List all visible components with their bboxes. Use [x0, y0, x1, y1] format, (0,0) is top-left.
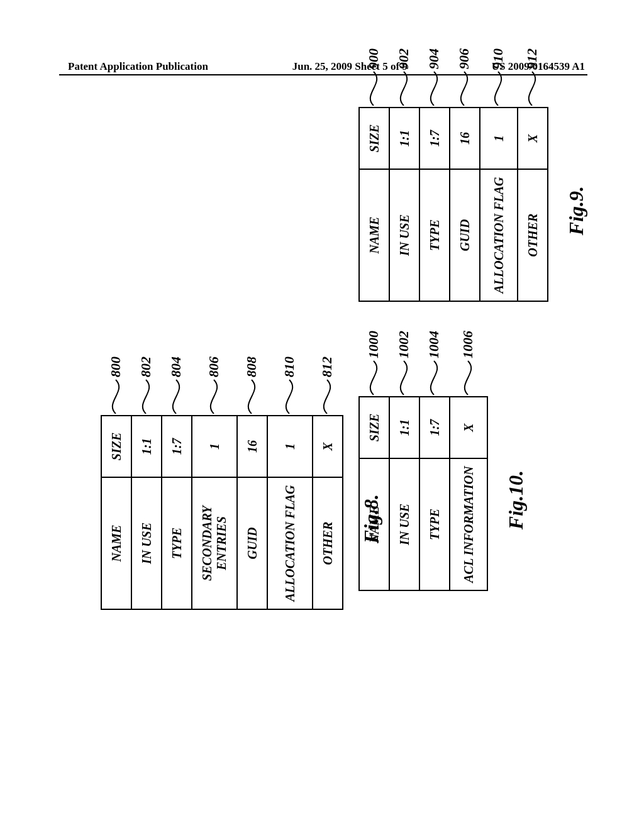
- fig10-label: Fig.10.: [504, 409, 528, 591]
- figure-8: NAME SIZE IN USE1:1 TYPE1:7 SECONDARY EN…: [101, 357, 383, 610]
- fig8-th-size: SIZE: [101, 416, 131, 477]
- leader-line-icon: [517, 70, 547, 106]
- leader-line-icon: [131, 379, 161, 414]
- table-cell: 1: [192, 416, 237, 477]
- fig10-table: NAME SIZE IN USE1:1 TYPE1:7 ACL INFORMAT…: [358, 396, 488, 591]
- table-cell: 1: [480, 108, 518, 169]
- ref-number: 904: [426, 48, 442, 69]
- fig10-th-size: SIZE: [359, 397, 389, 458]
- table-cell: IN USE: [131, 477, 162, 609]
- table-cell: TYPE: [419, 458, 450, 590]
- table-cell: 16: [237, 416, 267, 477]
- fig8-refs: 800 802 804 806 808 810: [101, 357, 342, 415]
- fig9-label: Fig.9.: [565, 119, 588, 302]
- leader-line-icon: [161, 379, 191, 414]
- ref-number: 910: [490, 48, 506, 69]
- table-cell: X: [313, 416, 343, 477]
- ref-number: 912: [524, 48, 540, 69]
- ref-number: 802: [138, 357, 154, 377]
- ref-number: 1002: [396, 331, 412, 358]
- table-cell: 1:1: [389, 108, 419, 169]
- leader-line-icon: [483, 70, 513, 106]
- fig10-refs: 1000 1002 1004 1006: [358, 331, 487, 396]
- table-cell: ALLOCATION FLAG: [267, 477, 313, 609]
- leader-line-icon: [419, 70, 449, 106]
- leader-line-icon: [236, 379, 267, 414]
- ref-number: 800: [108, 357, 124, 377]
- leader-line-icon: [358, 70, 389, 106]
- ref-number: 1004: [426, 331, 442, 358]
- table-cell: IN USE: [389, 169, 419, 301]
- leader-line-icon: [312, 379, 342, 414]
- figure-10: NAME SIZE IN USE1:1 TYPE1:7 ACL INFORMAT…: [358, 331, 528, 591]
- fig8-th-name: NAME: [101, 477, 131, 609]
- table-cell: X: [518, 108, 548, 169]
- table-cell: 16: [450, 108, 480, 169]
- table-cell: 1:1: [131, 416, 162, 477]
- table-cell: 1:7: [419, 108, 450, 169]
- fig9-table: NAME SIZE IN USE1:1 TYPE1:7 GUID16 ALLOC…: [358, 107, 548, 302]
- ref-number: 902: [396, 48, 412, 69]
- leader-line-icon: [274, 379, 304, 414]
- leader-line-icon: [453, 360, 483, 395]
- fig9-th-size: SIZE: [359, 108, 389, 169]
- leader-line-icon: [449, 70, 479, 106]
- ref-number: 906: [456, 48, 472, 69]
- ref-number: 1000: [365, 331, 382, 358]
- table-cell: IN USE: [389, 458, 419, 590]
- leader-line-icon: [389, 70, 419, 106]
- fig9-refs: 900 902 904 906 910 912: [358, 48, 547, 107]
- leader-line-icon: [101, 379, 131, 414]
- fig9-th-name: NAME: [359, 169, 389, 301]
- table-cell: ACL INFORMATION: [450, 458, 487, 590]
- table-cell: TYPE: [162, 477, 192, 609]
- table-cell: 1:1: [389, 397, 419, 458]
- table-cell: 1: [267, 416, 313, 477]
- fig8-table: NAME SIZE IN USE1:1 TYPE1:7 SECONDARY EN…: [101, 415, 343, 610]
- leader-line-icon: [419, 360, 449, 395]
- table-cell: OTHER: [313, 477, 343, 609]
- ref-number: 806: [206, 357, 222, 377]
- table-cell: GUID: [450, 169, 480, 301]
- fig10-th-name: NAME: [359, 458, 389, 590]
- ref-number: 900: [365, 48, 382, 69]
- table-cell: X: [450, 397, 487, 458]
- table-cell: ALLOCATION FLAG: [480, 169, 518, 301]
- leader-line-icon: [358, 360, 389, 395]
- ref-number: 804: [168, 357, 184, 377]
- header-left: Patent Application Publication: [68, 60, 208, 73]
- table-cell: 1:7: [162, 416, 192, 477]
- table-cell: TYPE: [419, 169, 450, 301]
- leader-line-icon: [389, 360, 419, 395]
- leader-line-icon: [199, 379, 229, 414]
- table-cell: GUID: [237, 477, 267, 609]
- ref-number: 1006: [460, 331, 476, 358]
- ref-number: 808: [243, 357, 260, 377]
- ref-number: 810: [281, 357, 297, 377]
- table-cell: SECONDARY ENTRIES: [192, 477, 237, 609]
- figure-9: NAME SIZE IN USE1:1 TYPE1:7 GUID16 ALLOC…: [358, 48, 588, 302]
- ref-number: 812: [319, 357, 335, 377]
- table-cell: 1:7: [419, 397, 450, 458]
- table-cell: OTHER: [518, 169, 548, 301]
